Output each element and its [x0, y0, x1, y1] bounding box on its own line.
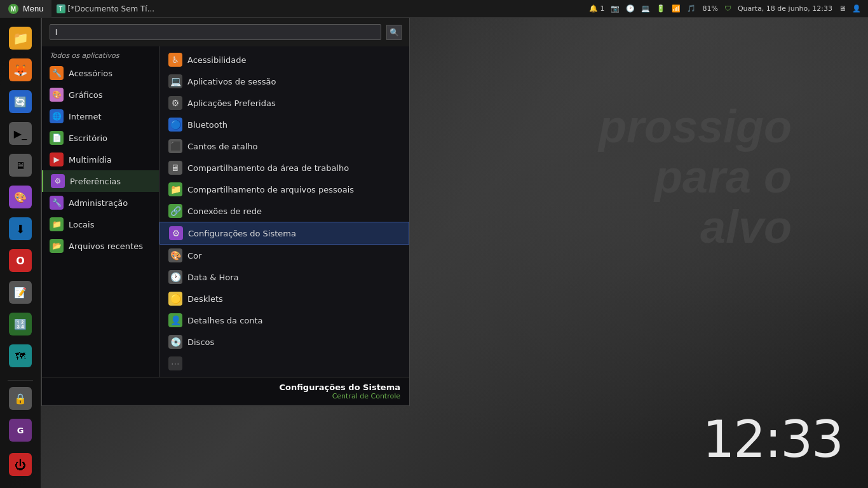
clock-tray[interactable]: 🕑: [624, 4, 637, 13]
menu-cat-escritorio[interactable]: 📄 Escritório: [42, 127, 159, 149]
menu-item-conexoes[interactable]: 🔗 Conexões de rede: [159, 200, 409, 222]
search-button[interactable]: 🔍: [386, 25, 402, 40]
configuracoes-icon: ⚙: [169, 226, 183, 240]
internet-icon: 🌐: [50, 109, 64, 123]
browser-icon: 🦊: [9, 58, 32, 81]
taskbar: M Menu T [*Documento Sem Tí... 🔔 1 📷 🕑 💻…: [0, 0, 868, 18]
menu-section-header: Todos os aplicativos: [42, 49, 159, 62]
menu-cat-acessorios[interactable]: 🔧 Acessórios: [42, 62, 159, 84]
dock-item-maps[interactable]: 🗺: [5, 341, 36, 371]
window-icon: T: [57, 4, 65, 13]
search-bar: 🔍: [42, 18, 409, 46]
menu-item-data-hora[interactable]: 🕐 Data & Hora: [159, 266, 409, 288]
desklets-icon: 🟡: [168, 292, 182, 306]
datetime-tray[interactable]: Quarta, 18 de junho, 12:33: [736, 4, 834, 13]
monitor-tray[interactable]: 🖥: [837, 4, 848, 13]
menu-footer-title: Configurações do Sistema: [280, 383, 401, 392]
menu-item-cantos[interactable]: ⬛ Cantos de atalho: [159, 135, 409, 157]
menu-item-desklets[interactable]: 🟡 Desklets: [159, 288, 409, 309]
taskbar-right: 🔔 1 📷 🕑 💻 🔋 📶 🎵 81% 🛡 Quarta, 18 de junh…: [582, 4, 868, 13]
dock-item-opera[interactable]: O: [5, 245, 36, 276]
menu-cat-internet[interactable]: 🌐 Internet: [42, 105, 159, 127]
menu-item-aplic-sessao[interactable]: 💻 Aplicativos de sessão: [159, 71, 409, 92]
acessorios-icon: 🔧: [50, 66, 64, 80]
menu-item-more[interactable]: ⋯: [159, 353, 409, 374]
menu-item-aplicacoes-preferidas[interactable]: ⚙ Aplicações Preferidas: [159, 92, 409, 114]
shield-tray[interactable]: 🛡: [722, 4, 733, 13]
administracao-icon: 🔧: [50, 196, 64, 210]
multimidia-icon: ▶: [50, 152, 64, 166]
menu-item-configuracoes[interactable]: ⚙ Configurações do Sistema: [159, 222, 409, 245]
files-icon: 📁: [9, 27, 32, 50]
graficos-icon: 🎨: [50, 88, 64, 102]
screenshot-tray[interactable]: 📷: [609, 4, 621, 13]
detalhes-icon: 👤: [168, 313, 182, 327]
dock-item-files[interactable]: 📁: [5, 23, 36, 53]
dock-item-calc[interactable]: 🔢: [5, 309, 36, 339]
mint-icon: M: [8, 3, 19, 15]
discos-icon: 💿: [168, 335, 182, 349]
preferencias-icon: ⚙: [51, 174, 65, 188]
cor-icon: 🎨: [168, 248, 182, 262]
display-tray[interactable]: 💻: [639, 4, 652, 13]
menu-cat-graficos[interactable]: 🎨 Gráficos: [42, 84, 159, 105]
menu-cat-multimidia[interactable]: ▶ Multimídia: [42, 149, 159, 170]
locais-icon: 📁: [50, 217, 64, 231]
start-menu: 🔍 Todos os aplicativos 🔧 Acessórios 🎨 Gr…: [41, 18, 410, 406]
network-tray[interactable]: 📶: [670, 4, 682, 13]
battery-tray[interactable]: 🔋: [654, 4, 667, 13]
cantos-icon: ⬛: [168, 139, 182, 153]
calc-icon: 🔢: [9, 313, 32, 336]
update-icon: 🔄: [9, 90, 32, 113]
lock-icon: 🔒: [9, 387, 32, 410]
menu-right: ♿ Acessibilidade 💻 Aplicativos de sessão…: [159, 46, 409, 377]
dock-item-texteditor[interactable]: 📝: [5, 277, 36, 308]
transmission-icon: ⬇: [9, 217, 32, 240]
menu-item-compartilhamento-arq[interactable]: 📁 Compartilhamento de arquivos pessoais: [159, 179, 409, 200]
texteditor-icon: 📝: [9, 281, 32, 304]
battery-pct: 81%: [700, 4, 719, 13]
dock-item-lock[interactable]: 🔒: [5, 383, 36, 414]
system-icon: 🖥: [9, 154, 32, 177]
acessibilidade-icon: ♿: [168, 53, 182, 67]
taskbar-window[interactable]: T [*Documento Sem Tí...: [51, 0, 160, 18]
menu-item-discos[interactable]: 💿 Discos: [159, 331, 409, 353]
data-hora-icon: 🕐: [168, 270, 182, 284]
search-input[interactable]: [50, 24, 381, 40]
dock-item-gimp2[interactable]: G: [5, 415, 36, 445]
menu-item-cor[interactable]: 🎨 Cor: [159, 245, 409, 266]
menu-item-compartilhamento-area[interactable]: 🖥 Compartilhamento da área de trabalho: [159, 157, 409, 179]
dock-item-transmission[interactable]: ⬇: [5, 214, 36, 244]
audio-tray[interactable]: 🎵: [685, 4, 698, 13]
dock-item-gimp[interactable]: 🎨: [5, 182, 36, 212]
menu-item-acessibilidade[interactable]: ♿ Acessibilidade: [159, 49, 409, 71]
dock-item-system[interactable]: 🖥: [5, 150, 36, 180]
notifications-tray[interactable]: 🔔 1: [587, 4, 607, 13]
compartilhamento-area-icon: 🖥: [168, 161, 182, 175]
menu-footer-subtitle: Central de Controle: [332, 392, 400, 400]
menu-cat-administracao[interactable]: 🔧 Administração: [42, 192, 159, 214]
menu-item-detalhes[interactable]: 👤 Detalhes da conta: [159, 309, 409, 331]
menu-content: Todos os aplicativos 🔧 Acessórios 🎨 Gráf…: [42, 46, 409, 377]
taskbar-left: M Menu T [*Documento Sem Tí...: [0, 0, 582, 18]
svg-text:M: M: [11, 6, 16, 13]
menu-cat-locais[interactable]: 📁 Locais: [42, 214, 159, 235]
more-icon: ⋯: [168, 356, 182, 370]
user-tray[interactable]: 👤: [850, 4, 863, 13]
dock-item-update[interactable]: 🔄: [5, 86, 36, 117]
escritorio-icon: 📄: [50, 131, 64, 145]
dock: 📁 🦊 🔄 ▶_ 🖥 🎨 ⬇ O 📝 🔢 🗺 🔒 G: [0, 18, 41, 488]
recentes-icon: 📂: [50, 239, 64, 253]
maps-icon: 🗺: [9, 344, 32, 367]
menu-button[interactable]: M Menu: [0, 0, 51, 18]
opera-icon: O: [9, 249, 32, 272]
menu-cat-recentes[interactable]: 📂 Arquivos recentes: [42, 235, 159, 257]
dock-item-browser[interactable]: 🦊: [5, 55, 36, 85]
gimp2-icon: G: [9, 419, 32, 442]
dock-item-power[interactable]: ⏻: [5, 449, 36, 480]
menu-item-bluetooth[interactable]: 🔵 Bluetooth: [159, 114, 409, 135]
compartilhamento-arq-icon: 📁: [168, 182, 182, 196]
dock-item-terminal[interactable]: ▶_: [5, 118, 36, 149]
menu-left: Todos os aplicativos 🔧 Acessórios 🎨 Gráf…: [42, 46, 159, 377]
menu-cat-preferencias[interactable]: ⚙ Preferências: [42, 170, 159, 192]
